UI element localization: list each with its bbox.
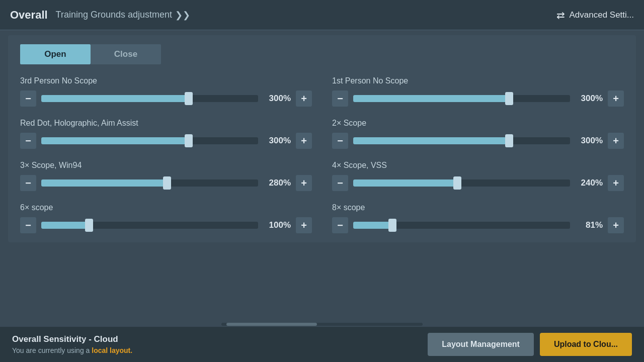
slider-label-8x-scope: 8× scope	[332, 203, 624, 212]
decrease-btn-1st-person-no-scope[interactable]: −	[332, 90, 348, 107]
slider-thumb-1st-person-no-scope[interactable]	[505, 92, 513, 105]
slider-fill-4x-scope	[353, 179, 457, 187]
slider-fill-6x-scope	[41, 222, 89, 229]
local-layout-label: local layout.	[92, 346, 132, 354]
slider-value-3x-scope: 280%	[263, 178, 291, 188]
slider-track-4x-scope[interactable]	[353, 179, 570, 187]
slider-group-1st-person-no-scope: 1st Person No Scope−300%+	[332, 76, 624, 107]
slider-track-6x-scope[interactable]	[41, 222, 258, 229]
slider-group-2x-scope: 2× Scope−300%+	[332, 119, 624, 149]
slider-label-1st-person-no-scope: 1st Person No Scope	[332, 76, 624, 85]
slider-track-2x-scope[interactable]	[353, 137, 570, 144]
slider-row-3x-scope: −280%+	[20, 175, 312, 191]
increase-btn-1st-person-no-scope[interactable]: +	[608, 90, 624, 107]
breadcrumb-arrow: ❯❯	[175, 10, 190, 21]
slider-row-3rd-person-no-scope: −300%+	[20, 90, 312, 107]
slider-value-2x-scope: 300%	[575, 136, 603, 146]
decrease-btn-3x-scope[interactable]: −	[20, 175, 36, 191]
decrease-btn-8x-scope[interactable]: −	[332, 217, 348, 233]
open-close-toggle: Open Close	[20, 44, 161, 64]
breadcrumb-label: Training Grounds adjustment	[56, 10, 172, 20]
decrease-btn-6x-scope[interactable]: −	[20, 217, 36, 233]
decrease-btn-2x-scope[interactable]: −	[332, 133, 348, 149]
slider-fill-red-dot	[41, 137, 189, 144]
open-button[interactable]: Open	[20, 44, 91, 64]
slider-row-4x-scope: −240%+	[332, 175, 624, 191]
slider-track-3x-scope[interactable]	[41, 179, 258, 187]
layout-management-button[interactable]: Layout Management	[428, 333, 534, 356]
slider-track-red-dot[interactable]	[41, 137, 258, 144]
slider-group-3x-scope: 3× Scope, Win94−280%+	[20, 161, 312, 191]
slider-fill-3rd-person-no-scope	[41, 95, 189, 102]
footer-subtitle: You are currently using a local layout.	[12, 346, 428, 354]
breadcrumb: Training Grounds adjustment ❯❯	[56, 10, 190, 21]
advanced-settings-icon: ⇄	[556, 9, 565, 21]
decrease-btn-4x-scope[interactable]: −	[332, 175, 348, 191]
increase-btn-4x-scope[interactable]: +	[608, 175, 624, 191]
slider-group-6x-scope: 6× scope−100%+	[20, 203, 312, 233]
upload-to-cloud-button[interactable]: Upload to Clou...	[540, 333, 632, 356]
slider-label-3x-scope: 3× Scope, Win94	[20, 161, 312, 170]
overall-tab[interactable]: Overall	[10, 9, 48, 22]
increase-btn-2x-scope[interactable]: +	[608, 133, 624, 149]
main-content: Open Close 3rd Person No Scope−300%+1st …	[8, 35, 636, 242]
footer-left: Overall Sensitivity - Cloud You are curr…	[12, 334, 428, 354]
slider-value-4x-scope: 240%	[575, 178, 603, 188]
slider-group-3rd-person-no-scope: 3rd Person No Scope−300%+	[20, 76, 312, 107]
slider-label-3rd-person-no-scope: 3rd Person No Scope	[20, 76, 312, 85]
footer-title: Overall Sensitivity - Cloud	[12, 334, 428, 344]
slider-group-8x-scope: 8× scope−81%+	[332, 203, 624, 233]
footer-subtitle-prefix: You are currently using a	[12, 346, 92, 354]
decrease-btn-red-dot[interactable]: −	[20, 133, 36, 149]
increase-btn-3x-scope[interactable]: +	[296, 175, 312, 191]
footer: Overall Sensitivity - Cloud You are curr…	[0, 327, 644, 362]
increase-btn-6x-scope[interactable]: +	[296, 217, 312, 233]
slider-grid: 3rd Person No Scope−300%+1st Person No S…	[20, 76, 624, 233]
slider-row-6x-scope: −100%+	[20, 217, 312, 233]
header: Overall Training Grounds adjustment ❯❯ ⇄…	[0, 0, 644, 30]
slider-track-1st-person-no-scope[interactable]	[353, 95, 570, 102]
slider-value-8x-scope: 81%	[575, 220, 603, 230]
close-button[interactable]: Close	[91, 44, 161, 64]
slider-label-2x-scope: 2× Scope	[332, 119, 624, 128]
slider-row-2x-scope: −300%+	[332, 133, 624, 149]
slider-fill-3x-scope	[41, 179, 167, 187]
slider-value-1st-person-no-scope: 300%	[575, 94, 603, 104]
slider-value-3rd-person-no-scope: 300%	[263, 94, 291, 104]
slider-row-1st-person-no-scope: −300%+	[332, 90, 624, 107]
slider-value-red-dot: 300%	[263, 136, 291, 146]
slider-group-4x-scope: 4× Scope, VSS−240%+	[332, 161, 624, 191]
increase-btn-red-dot[interactable]: +	[296, 133, 312, 149]
advanced-settings-label: Advanced Setti...	[569, 10, 634, 20]
slider-value-6x-scope: 100%	[263, 220, 291, 230]
slider-group-red-dot: Red Dot, Holographic, Aim Assist−300%+	[20, 119, 312, 149]
slider-track-3rd-person-no-scope[interactable]	[41, 95, 258, 102]
slider-thumb-4x-scope[interactable]	[453, 176, 461, 190]
advanced-settings-button[interactable]: ⇄ Advanced Setti...	[556, 9, 634, 21]
scroll-thumb	[226, 323, 317, 326]
slider-track-8x-scope[interactable]	[353, 222, 570, 229]
slider-label-red-dot: Red Dot, Holographic, Aim Assist	[20, 119, 312, 128]
slider-thumb-3x-scope[interactable]	[163, 176, 171, 190]
slider-row-8x-scope: −81%+	[332, 217, 624, 233]
slider-label-4x-scope: 4× Scope, VSS	[332, 161, 624, 170]
increase-btn-3rd-person-no-scope[interactable]: +	[296, 90, 312, 107]
decrease-btn-3rd-person-no-scope[interactable]: −	[20, 90, 36, 107]
footer-right: Layout Management Upload to Clou...	[428, 333, 632, 356]
slider-thumb-2x-scope[interactable]	[505, 134, 513, 147]
increase-btn-8x-scope[interactable]: +	[608, 217, 624, 233]
slider-thumb-8x-scope[interactable]	[388, 219, 396, 232]
slider-row-red-dot: −300%+	[20, 133, 312, 149]
slider-thumb-3rd-person-no-scope[interactable]	[185, 92, 193, 105]
slider-fill-1st-person-no-scope	[353, 95, 509, 102]
scroll-indicator[interactable]	[221, 323, 423, 326]
slider-fill-8x-scope	[353, 222, 392, 229]
slider-fill-2x-scope	[353, 137, 509, 144]
slider-label-6x-scope: 6× scope	[20, 203, 312, 212]
slider-thumb-red-dot[interactable]	[185, 134, 193, 147]
slider-thumb-6x-scope[interactable]	[85, 219, 93, 232]
